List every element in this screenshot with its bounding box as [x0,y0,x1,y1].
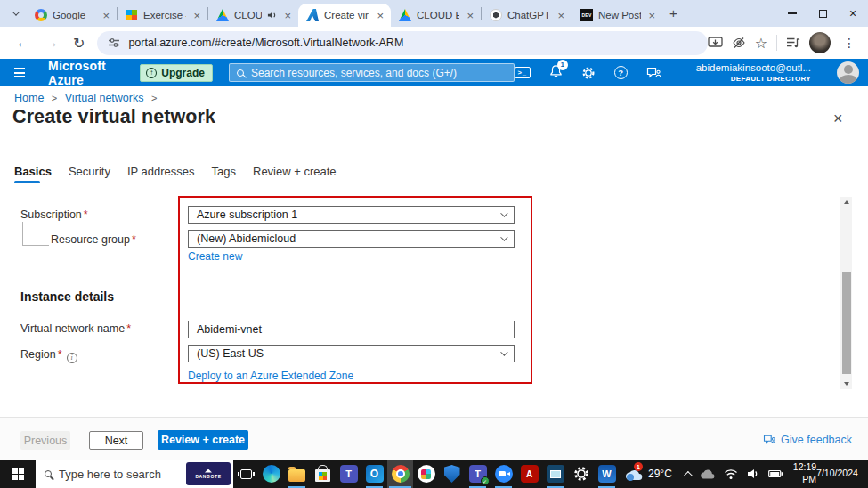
dev-icon: DEV [580,9,593,21]
taskbar-defender[interactable] [439,460,465,488]
info-icon[interactable]: i [67,353,77,363]
hamburger-menu-icon[interactable] [14,68,25,77]
taskbar-microsoft-store[interactable] [310,460,336,488]
tab-close-icon[interactable]: × [646,10,657,21]
next-button[interactable]: Next [89,431,143,450]
taskbar-photos[interactable] [542,460,568,488]
vertical-scrollbar[interactable] [840,197,852,389]
volume-icon[interactable] [742,460,764,488]
start-button[interactable] [0,460,36,488]
scrollbar-down-arrow[interactable] [840,378,852,389]
tab-basics[interactable]: Basics [14,165,52,178]
review-create-button[interactable]: Review + create [158,430,248,450]
address-bar[interactable]: portal.azure.com/#create/Microsoft.Virtu… [97,31,707,55]
taskbar-word[interactable]: W [594,460,620,488]
tab-ip-addresses[interactable]: IP addresses [127,165,195,178]
scrollbar-up-arrow[interactable] [840,197,852,207]
required-asterisk: * [126,322,131,335]
account-avatar[interactable] [837,61,859,84]
dangote-widget[interactable]: DANGOTE [186,462,231,485]
tray-expand-button[interactable] [679,460,694,488]
install-app-icon[interactable] [708,37,723,49]
browser-tab-new-post[interactable]: DEV New Post - DE × [572,4,662,27]
vnet-name-input[interactable]: Abidemi-vnet [188,321,515,338]
tab-security[interactable]: Security [69,165,110,178]
action-center-button[interactable]: 7 [864,460,868,488]
profile-avatar[interactable] [809,32,831,53]
taskbar-settings[interactable] [568,460,594,488]
breadcrumb-home[interactable]: Home [14,92,44,104]
browser-tab-chatgpt[interactable]: ChatGPT × [482,4,572,27]
breadcrumb-virtual-networks[interactable]: Virtual networks [65,92,144,104]
taskbar-outlook[interactable]: O [361,460,387,488]
window-close-button[interactable]: × [838,0,868,27]
taskbar-slack[interactable] [413,460,439,488]
subscription-dropdown[interactable]: Azure subscription 1 [188,206,515,224]
upgrade-button[interactable]: ↑ Upgrade [140,64,213,82]
azure-search-input[interactable]: Search resources, services, and docs (G+… [229,63,515,82]
browser-tab-cloud-engin[interactable]: CLOUD ENGIN × [391,4,481,27]
tab-review-create[interactable]: Review + create [253,165,337,178]
screen: Google × Exercise - Prov × CLOUD AN × Cr… [0,0,868,488]
settings-gear-icon[interactable] [581,66,596,80]
extended-zone-link[interactable]: Deploy to an Azure Extended Zone [188,370,353,382]
give-feedback-link[interactable]: Give feedback [763,434,852,446]
tab-close-icon[interactable]: × [101,10,111,21]
scrollbar-thumb[interactable] [842,272,851,374]
eye-slash-icon[interactable] [732,36,746,50]
taskbar-teams[interactable]: T [336,460,361,488]
new-tab-button[interactable]: + [662,5,686,22]
browser-tab-create-virtual-active[interactable]: Create virtual × [298,4,391,27]
reading-list-icon[interactable] [786,37,800,49]
notifications-button[interactable]: 1 [549,64,563,82]
taskbar-zoom[interactable] [491,460,516,488]
create-new-link[interactable]: Create new [188,250,242,263]
taskbar-file-explorer[interactable] [284,460,310,488]
tab-close-icon[interactable]: × [282,10,293,21]
tab-title: Create virtual [324,10,369,20]
bookmark-star-icon[interactable]: ☆ [755,35,767,52]
taskbar-search-input[interactable]: Type here to search DANGOTE [36,460,233,488]
site-info-icon[interactable] [108,37,120,48]
browser-tab-cloud-an[interactable]: CLOUD AN × [208,4,298,27]
cloud-shell-icon[interactable]: >_ [515,67,531,78]
more-options-icon[interactable]: ··· [192,113,207,126]
resource-group-dropdown[interactable]: (New) Abidemicloud [188,230,515,248]
wifi-icon[interactable] [719,460,742,488]
window-minimize-button[interactable] [777,0,807,27]
tab-audio-icon[interactable] [267,11,277,20]
browser-tab-exercise[interactable]: Exercise - Prov × [118,4,207,27]
taskbar-chrome[interactable] [387,460,413,488]
back-button[interactable]: ← [9,35,37,51]
region-dropdown[interactable]: (US) East US [188,345,515,362]
tab-search-chevron-icon[interactable] [5,3,27,24]
check-badge-icon: ✓ [481,476,490,485]
weather-widget[interactable]: 1 29°C [620,460,679,488]
taskbar-teams-classic[interactable]: T✓ [465,460,491,488]
feedback-icon[interactable] [646,67,661,79]
tab-close-icon[interactable]: × [375,10,385,21]
tab-close-icon[interactable]: × [556,10,566,21]
page-close-icon[interactable]: × [833,110,843,128]
taskbar-clock[interactable]: 12:19 PM 7/10/2024 [788,460,864,488]
taskbar-acrobat[interactable]: A [516,460,542,488]
tab-tags[interactable]: Tags [212,165,236,178]
taskbar-edge[interactable] [258,460,284,488]
browser-tab-google[interactable]: Google × [27,4,117,27]
account-info[interactable]: abidemiakinsooto@outl... DEFAULT DIRECTO… [696,62,811,83]
reload-button[interactable]: ↻ [66,35,92,52]
battery-icon[interactable] [764,460,788,488]
browser-menu-icon[interactable]: ⋮ [840,36,859,50]
tab-close-icon[interactable]: × [465,10,475,21]
help-icon[interactable]: ? [614,66,628,79]
azure-brand[interactable]: Microsoft Azure [48,59,126,87]
required-asterisk: * [58,348,62,361]
previous-button[interactable]: Previous [20,431,70,450]
chevron-down-icon [500,348,507,355]
tab-close-icon[interactable]: × [191,10,202,21]
window-maximize-button[interactable] [807,0,838,27]
forward-button[interactable]: → [37,35,66,51]
task-view-button[interactable] [233,460,258,488]
search-placeholder: Search resources, services, and docs (G+… [251,67,457,79]
onedrive-icon[interactable] [694,460,719,488]
